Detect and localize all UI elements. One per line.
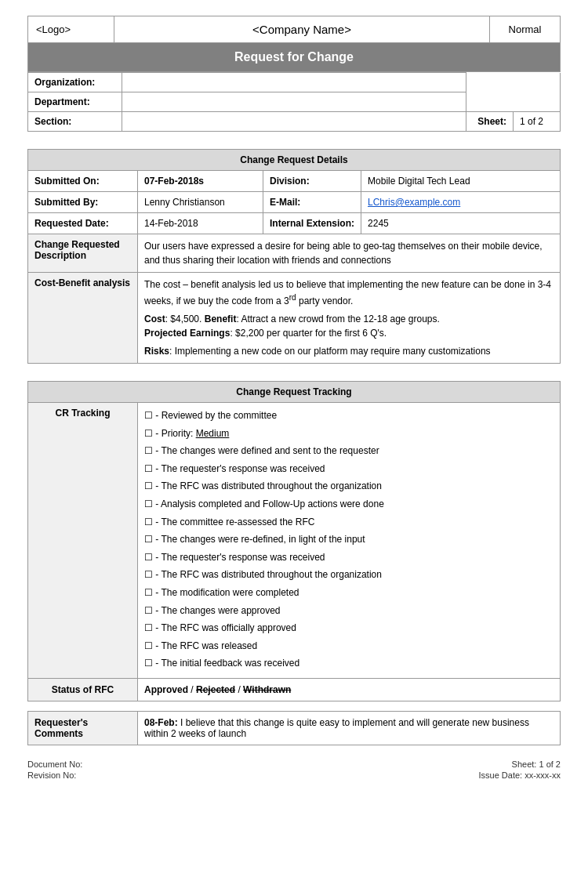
division-label: Division: bbox=[263, 171, 361, 192]
footer-issue-date: Issue Date: xx-xxx-xx bbox=[478, 770, 561, 780]
tracking-item: ☐ - The requester's response was receive… bbox=[144, 549, 554, 567]
revision-no-label: Revision No: bbox=[27, 770, 82, 780]
cost-benefit-label: Cost-Benefit analysis bbox=[28, 273, 138, 364]
projected-label: Projected Earnings bbox=[144, 328, 230, 339]
tracking-item: ☐ - The requester's response was receive… bbox=[144, 461, 554, 478]
sheet-value: 1 of 2 bbox=[514, 112, 561, 132]
division-value: Mobile Digital Tech Lead bbox=[361, 171, 561, 192]
benefit-label: Benefit bbox=[205, 314, 237, 324]
header-table: <Logo> <Company Name> Normal bbox=[27, 16, 561, 43]
section-value bbox=[122, 112, 466, 132]
style-text: Normal bbox=[509, 24, 542, 35]
dept-value bbox=[122, 92, 466, 112]
tracking-item: ☐ - The RFC was distributed throughout t… bbox=[144, 478, 554, 495]
tracking-item: ☐ - The RFC was distributed throughout t… bbox=[144, 567, 554, 584]
details-header: Change Request Details bbox=[28, 150, 561, 171]
org-info-table: Organization: Department: Section: Sheet… bbox=[27, 72, 561, 132]
status-sep1: / bbox=[188, 684, 196, 695]
email-label: E-Mail: bbox=[263, 192, 361, 213]
comments-text: I believe that this change is quite easy… bbox=[144, 717, 529, 739]
status-sep2: / bbox=[235, 684, 243, 695]
tracking-item: ☐ - Priority: Medium bbox=[144, 426, 554, 443]
tracking-item: ☐ - The committee re-assessed the RFC bbox=[144, 514, 554, 531]
form-title: Request for Change bbox=[27, 43, 561, 72]
tracking-item: ☐ - The changes were re-defined, in ligh… bbox=[144, 531, 554, 549]
footer-sheet: Sheet: 1 of 2 bbox=[478, 759, 561, 769]
cost-label: Cost bbox=[144, 314, 165, 324]
org-label: Organization: bbox=[28, 73, 122, 92]
footer-right: Sheet: 1 of 2 Issue Date: xx-xxx-xx bbox=[478, 759, 561, 781]
tracking-items-cell: ☐ - Reviewed by the committee☐ - Priorit… bbox=[138, 403, 561, 679]
status-approved: Approved bbox=[144, 684, 188, 695]
doc-no-label: Document No: bbox=[27, 759, 82, 769]
cr-tracking-label: CR Tracking bbox=[28, 403, 138, 679]
comments-date: 08-Feb: bbox=[144, 717, 178, 728]
logo-cell: <Logo> bbox=[28, 16, 114, 43]
internal-ext-label: Internal Extension: bbox=[263, 213, 361, 234]
superscript: rd bbox=[289, 293, 296, 302]
org-value bbox=[122, 73, 466, 92]
requested-date-value: 14-Feb-2018 bbox=[138, 213, 263, 234]
sheet-label: Sheet: bbox=[466, 112, 514, 132]
submitted-on-label: Submitted On: bbox=[28, 171, 138, 192]
projected-value: : $2,200 per quarter for the first 6 Q's… bbox=[230, 328, 387, 339]
cost-value: : $4,500. bbox=[165, 314, 205, 324]
tracking-item: ☐ - The initial feedback was received bbox=[144, 655, 554, 672]
email-link[interactable]: LChris@example.com bbox=[368, 197, 460, 208]
risks-value: : Implementing a new code on our platfor… bbox=[169, 346, 491, 357]
comments-label: Requester's Comments bbox=[28, 711, 138, 745]
company-name-text: <Company Name> bbox=[252, 23, 351, 36]
change-desc-label: Change Requested Description bbox=[28, 234, 138, 273]
tracking-header: Change Request Tracking bbox=[28, 382, 561, 403]
submitted-by-value: Lenny Christianson bbox=[138, 192, 263, 213]
cost-benefit-cell: The cost – benefit analysis led us to be… bbox=[138, 273, 561, 364]
details-table: Change Request Details Submitted On: 07-… bbox=[27, 149, 561, 364]
tracking-item: ☐ - Reviewed by the committee bbox=[144, 408, 554, 425]
tracking-table: Change Request Tracking CR Tracking ☐ - … bbox=[27, 381, 561, 701]
logo-text: <Logo> bbox=[36, 24, 71, 35]
style-cell: Normal bbox=[490, 16, 561, 43]
submitted-by-label: Submitted By: bbox=[28, 192, 138, 213]
comments-table: Requester's Comments 08-Feb: I believe t… bbox=[27, 711, 561, 745]
risks-label: Risks bbox=[144, 346, 169, 357]
status-withdrawn: Withdrawn bbox=[243, 684, 291, 695]
status-rejected: Rejected bbox=[196, 684, 235, 695]
internal-ext-value: 2245 bbox=[361, 213, 561, 234]
footer: Document No: Revision No: Sheet: 1 of 2 … bbox=[27, 759, 561, 781]
email-value: LChris@example.com bbox=[361, 192, 561, 213]
tracking-item: ☐ - The changes were approved bbox=[144, 603, 554, 620]
tracking-item: ☐ - The RFC was released bbox=[144, 638, 554, 655]
tracking-item: ☐ - The modification were completed bbox=[144, 585, 554, 602]
requested-date-label: Requested Date: bbox=[28, 213, 138, 234]
tracking-item: ☐ - The RFC was officially approved bbox=[144, 620, 554, 637]
footer-left: Document No: Revision No: bbox=[27, 759, 82, 781]
tracking-item: ☐ - The changes were defined and sent to… bbox=[144, 443, 554, 460]
submitted-on-value: 07-Feb-2018s bbox=[138, 171, 263, 192]
comments-value: 08-Feb: I believe that this change is qu… bbox=[138, 711, 561, 745]
change-desc-value: Our users have expressed a desire for be… bbox=[138, 234, 561, 273]
dept-label: Department: bbox=[28, 92, 122, 112]
benefit-value: : Attract a new crowd from the 12-18 age… bbox=[236, 314, 439, 324]
status-rfc-label: Status of RFC bbox=[28, 678, 138, 701]
section-label: Section: bbox=[28, 112, 122, 132]
party-text: party vendor. bbox=[296, 295, 354, 306]
tracking-item: ☐ - Analysis completed and Follow-Up act… bbox=[144, 496, 554, 513]
company-name-cell: <Company Name> bbox=[114, 16, 490, 43]
status-rfc-value: Approved / Rejected / Withdrawn bbox=[138, 678, 561, 701]
